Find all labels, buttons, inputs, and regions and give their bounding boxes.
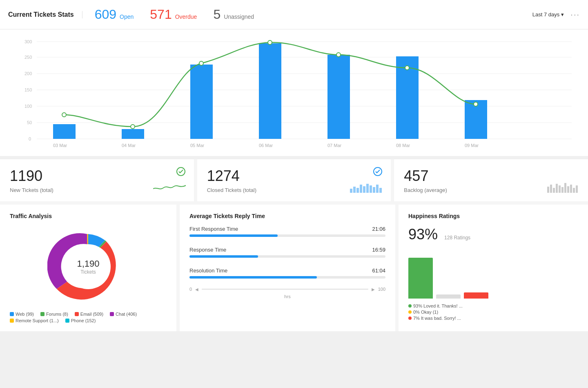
slider-track[interactable] (202, 289, 368, 290)
chart-area: 300 250 200 150 100 50 0 (12, 38, 576, 152)
happiness-percent: 93% (408, 226, 438, 243)
resolution-fill (189, 276, 317, 279)
metric-backlog: 457 Backlog (average) (394, 159, 588, 201)
metrics-row: 1190 New Tickets (total) 1274 Closed Tic… (0, 159, 588, 205)
donut-center: 1,190 Tickets (77, 259, 99, 275)
chart-section: 300 250 200 150 100 50 0 (0, 29, 588, 156)
bad-dot (408, 317, 412, 320)
happiness-bars (408, 250, 578, 299)
reply-time-title: Average Tickets Reply Time (189, 213, 385, 219)
check-green-icon (176, 167, 186, 178)
metric-closed-tickets: 1274 Closed Tickets (total) (197, 159, 391, 201)
svg-rect-42 (573, 188, 575, 193)
dot-04mar (131, 125, 135, 129)
header-right: Last 7 days ▾ ··· (532, 10, 580, 19)
bar-03mar (53, 124, 76, 139)
reply-row-resolution: Resolution Time 61:04 (189, 268, 385, 279)
overdue-count: 571 (150, 7, 172, 22)
overdue-label: Overdue (175, 13, 197, 20)
response-track (189, 255, 385, 258)
segment-remote (87, 234, 88, 244)
happiness-legend: 93% Loved it. Thanks! ... 0% Okay (1) 7%… (408, 303, 578, 321)
svg-rect-37 (559, 185, 561, 193)
traffic-card: Traffic Analysis (0, 205, 176, 331)
legend-email: Email (509) (75, 312, 103, 317)
happiness-title: Happiness Ratings (408, 213, 578, 219)
unassigned-label: Unassigned (224, 13, 254, 20)
slider-row: 0 ◀ ▶ 100 (189, 287, 385, 292)
svg-rect-36 (556, 184, 558, 193)
more-menu-button[interactable]: ··· (570, 10, 580, 19)
chevron-down-icon: ▾ (561, 11, 564, 18)
forums-dot (40, 312, 45, 316)
svg-rect-34 (550, 185, 552, 193)
svg-rect-33 (547, 187, 549, 193)
svg-text:05 Mar: 05 Mar (190, 143, 205, 148)
legend-web: Web (99) (10, 312, 34, 317)
happiness-header: 93% 128 Ratings (408, 226, 578, 243)
donut-label: Tickets (77, 269, 99, 275)
svg-rect-25 (356, 188, 359, 193)
traffic-title: Traffic Analysis (10, 213, 167, 219)
svg-text:150: 150 (24, 87, 32, 92)
first-response-track (189, 234, 385, 237)
svg-rect-24 (353, 187, 356, 193)
unassigned-stat: 5 Unassigned (213, 7, 254, 22)
happiness-ratings-count: 128 Ratings (444, 235, 470, 241)
traffic-donut: 1,190 Tickets (10, 226, 167, 308)
svg-rect-30 (373, 187, 375, 193)
page-title: Current Tickets Stats (8, 11, 82, 18)
donut-chart: 1,190 Tickets (47, 226, 129, 308)
svg-rect-28 (366, 184, 369, 193)
svg-text:09 Mar: 09 Mar (465, 143, 479, 148)
svg-rect-40 (567, 186, 569, 193)
svg-rect-31 (376, 185, 379, 193)
svg-text:07 Mar: 07 Mar (327, 143, 342, 148)
dot-03mar (62, 113, 66, 117)
metric-new-tickets: 1190 New Tickets (total) (0, 159, 194, 201)
donut-number: 1,190 (77, 259, 99, 269)
svg-text:200: 200 (24, 71, 32, 76)
legend-okay: 0% Okay (1) (408, 310, 578, 314)
legend-forums: Forums (8) (40, 312, 68, 317)
bar-05mar (190, 65, 213, 139)
okay-dot (408, 310, 412, 314)
bar-bad (464, 292, 488, 299)
svg-text:50: 50 (27, 120, 32, 125)
hrs-label: hrs (189, 294, 385, 299)
svg-rect-38 (561, 187, 564, 193)
slider-left-arrow[interactable]: ◀ (195, 287, 198, 292)
bar-okay (436, 294, 461, 299)
svg-rect-29 (370, 185, 372, 193)
svg-rect-32 (379, 188, 382, 193)
open-stat: 609 Open (95, 7, 134, 22)
email-dot (75, 312, 79, 316)
unassigned-count: 5 (213, 7, 220, 22)
svg-text:250: 250 (24, 55, 32, 60)
period-selector[interactable]: Last 7 days ▾ (532, 11, 564, 18)
bar-06mar (259, 43, 281, 139)
phone-dot (65, 319, 69, 323)
reply-row-response: Response Time 16:59 (189, 247, 385, 258)
bar-07mar (327, 55, 350, 139)
new-tickets-sparkline (153, 181, 186, 194)
reply-row-first-response: First Response Time 21:06 (189, 226, 385, 237)
first-response-fill (189, 234, 278, 237)
web-dot (10, 312, 14, 316)
bottom-row: Traffic Analysis (0, 205, 588, 331)
svg-rect-23 (350, 189, 352, 193)
check-blue-icon (373, 167, 383, 178)
header-stats: 609 Open 571 Overdue 5 Unassigned (95, 7, 532, 22)
chat-dot (110, 312, 114, 316)
legend-loved: 93% Loved it. Thanks! ... (408, 303, 578, 308)
dot-05mar (199, 61, 203, 65)
dot-06mar (268, 40, 272, 45)
svg-text:08 Mar: 08 Mar (396, 143, 410, 148)
dot-08mar (405, 66, 409, 70)
slider-right-arrow[interactable]: ▶ (372, 287, 375, 292)
chart-svg: 300 250 200 150 100 50 0 (12, 38, 576, 152)
dot-09mar (474, 102, 478, 106)
legend-chat: Chat (406) (110, 312, 137, 317)
svg-rect-26 (360, 185, 362, 193)
open-label: Open (120, 13, 134, 20)
